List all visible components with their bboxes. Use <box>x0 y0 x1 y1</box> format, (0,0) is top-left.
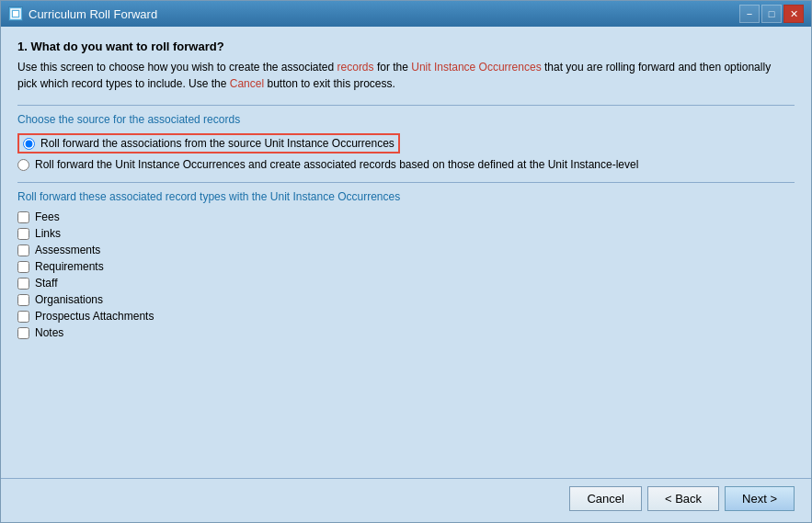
checkbox-label-organisations[interactable]: Organisations <box>35 293 103 306</box>
checkbox-label-requirements[interactable]: Requirements <box>35 260 104 273</box>
radio-group: Roll forward the associations from the s… <box>17 133 795 171</box>
checkbox-label-staff[interactable]: Staff <box>35 277 57 290</box>
maximize-button[interactable]: □ <box>761 5 782 23</box>
checkbox-requirements[interactable] <box>17 261 29 273</box>
radio-selected-box: Roll forward the associations from the s… <box>17 133 400 153</box>
highlight-records: records <box>337 61 374 74</box>
checkbox-label-assessments[interactable]: Assessments <box>35 244 100 256</box>
description: Use this screen to choose how you wish t… <box>17 59 795 92</box>
source-section-label: Choose the source for the associated rec… <box>17 113 795 126</box>
checkbox-label-links[interactable]: Links <box>35 227 61 240</box>
radio-label-2[interactable]: Roll forward the Unit Instance Occurrenc… <box>35 158 638 171</box>
desc-line1: Use this screen to choose how you wish t… <box>17 61 771 74</box>
checkbox-label-notes[interactable]: Notes <box>35 326 63 339</box>
checkbox-item-staff: Staff <box>17 277 795 290</box>
main-window: Curriculum Roll Forward − □ ✕ 1. What do… <box>0 0 812 523</box>
checkbox-item-notes: Notes <box>17 326 795 339</box>
window-icon <box>8 6 23 21</box>
footer: Cancel < Back Next > <box>1 478 811 522</box>
radio-option-2[interactable] <box>17 159 29 171</box>
checkbox-item-links: Links <box>17 227 795 240</box>
radio-item-1: Roll forward the associations from the s… <box>17 133 795 153</box>
radio-item-2: Roll forward the Unit Instance Occurrenc… <box>17 158 795 171</box>
radio-label-1[interactable]: Roll forward the associations from the s… <box>40 137 395 150</box>
checkbox-item-assessments: Assessments <box>17 244 795 256</box>
highlight-uio: Unit Instance Occurrences <box>411 61 541 74</box>
content-area: 1. What do you want to roll forward? Use… <box>1 27 811 478</box>
checkbox-item-organisations: Organisations <box>17 293 795 306</box>
main-area: 1. What do you want to roll forward? Use… <box>17 40 795 469</box>
window-title: Curriculum Roll Forward <box>29 7 157 21</box>
checkbox-fees[interactable] <box>17 211 29 223</box>
checkbox-label-fees[interactable]: Fees <box>35 210 60 223</box>
minimize-button[interactable]: − <box>739 5 760 23</box>
checkbox-label-prospectus[interactable]: Prospectus Attachments <box>35 310 154 323</box>
radio-option-1[interactable] <box>23 138 35 150</box>
checkbox-assessments[interactable] <box>17 244 29 256</box>
checkbox-prospectus[interactable] <box>17 311 29 323</box>
checkbox-group: Fees Links Assessments Requirements Staf… <box>17 210 795 339</box>
title-bar-controls: − □ ✕ <box>739 5 804 23</box>
back-button[interactable]: < Back <box>647 486 719 511</box>
checkbox-item-prospectus: Prospectus Attachments <box>17 310 795 323</box>
title-bar: Curriculum Roll Forward − □ ✕ <box>1 1 811 27</box>
cancel-button[interactable]: Cancel <box>569 486 641 511</box>
checkbox-links[interactable] <box>17 228 29 240</box>
checkboxes-section-label: Roll forward these associated record typ… <box>17 182 795 203</box>
divider-1 <box>17 105 795 106</box>
next-button[interactable]: Next > <box>725 486 795 511</box>
svg-rect-1 <box>13 11 18 17</box>
checkbox-staff[interactable] <box>17 278 29 290</box>
highlight-cancel: Cancel <box>230 77 264 90</box>
title-bar-left: Curriculum Roll Forward <box>8 6 157 21</box>
desc-line2: pick which record types to include. Use … <box>17 77 395 90</box>
checkbox-notes[interactable] <box>17 327 29 339</box>
step-heading: 1. What do you want to roll forward? <box>17 40 795 53</box>
checkbox-item-fees: Fees <box>17 210 795 223</box>
checkbox-organisations[interactable] <box>17 294 29 306</box>
checkbox-item-requirements: Requirements <box>17 260 795 273</box>
close-button[interactable]: ✕ <box>783 5 804 23</box>
